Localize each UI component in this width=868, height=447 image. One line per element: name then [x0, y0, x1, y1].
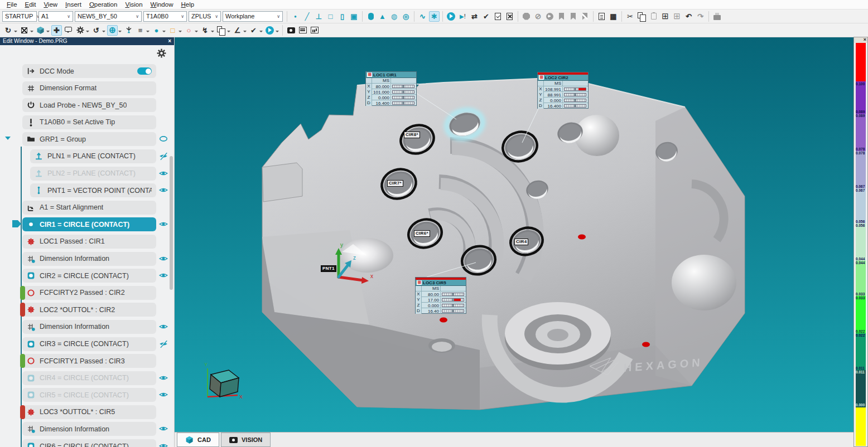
dropdown-caret[interactable]	[162, 31, 166, 34]
cone-feature[interactable]	[341, 238, 393, 273]
done-check-icon[interactable]: ✔	[481, 11, 491, 22]
circle-icon[interactable]: □	[325, 11, 336, 22]
color-scale-titlebar[interactable]: ×	[854, 37, 867, 43]
verify-icon[interactable]: ✔	[248, 25, 259, 36]
round-slot-icon[interactable]: ▯	[337, 11, 348, 22]
dropdown-caret[interactable]	[243, 31, 247, 34]
execute-mini-icon[interactable]	[264, 25, 275, 36]
feature-label-cir6[interactable]: CIR6*	[414, 230, 430, 237]
tip-dropdown[interactable]: T1A0B0∨	[143, 11, 187, 22]
visibility-icon[interactable]	[158, 441, 168, 447]
graph-select-icon[interactable]: ↯	[200, 25, 210, 36]
dropdown-caret[interactable]	[86, 31, 89, 34]
visibility-off-icon[interactable]	[158, 339, 168, 348]
wireframe-view-icon[interactable]	[19, 25, 30, 36]
counterbore-boss[interactable]	[505, 302, 611, 370]
dcc-toggle[interactable]	[137, 67, 152, 75]
auto-feature-icon[interactable]: ✱	[429, 11, 440, 22]
bookmark-icon[interactable]	[556, 11, 567, 22]
menu-vision[interactable]: Vision	[122, 1, 146, 8]
command-item[interactable]: FCFCIRTY1 Passed : CIR3	[22, 354, 156, 368]
plane-icon[interactable]: ⊥	[314, 11, 324, 22]
command-item[interactable]: FCFCIRTY2 Passed : CIR2	[22, 286, 156, 300]
menu-insert[interactable]: Insert	[62, 1, 85, 8]
circle-tool-icon[interactable]: ○	[184, 25, 194, 36]
report-window-icon[interactable]	[297, 25, 308, 36]
visibility-icon[interactable]	[158, 390, 168, 399]
command-item[interactable]: CIR4 = CIRCLE (CONTACT)	[22, 371, 156, 385]
annotation-icon[interactable]	[63, 25, 74, 36]
no-entry-icon[interactable]: ⊘	[533, 11, 543, 22]
command-item[interactable]: A1 = Start Alignment	[22, 201, 156, 215]
menu-file[interactable]: File	[3, 1, 21, 8]
feature-label-cir4[interactable]: CIR4	[514, 239, 528, 245]
command-item[interactable]: Dimension Format	[22, 81, 156, 95]
visibility-icon[interactable]	[158, 254, 168, 263]
probe-dropdown[interactable]: NEW5_BY_50∨	[75, 11, 142, 22]
line-icon[interactable]: ╱	[302, 11, 312, 22]
translate-view-icon[interactable]: ⊕	[107, 25, 118, 36]
dropdown-caret[interactable]	[146, 31, 150, 34]
visibility-icon[interactable]	[158, 186, 168, 195]
dropdown-caret[interactable]	[14, 31, 17, 34]
visibility-icon[interactable]	[158, 220, 168, 229]
cylinder-icon[interactable]	[365, 11, 376, 22]
command-item[interactable]: DCC Mode	[22, 64, 156, 78]
command-item[interactable]: PLN1 = PLANE (CONTACT)	[30, 149, 156, 163]
copy-icon[interactable]	[636, 11, 647, 22]
visibility-icon[interactable]	[158, 424, 168, 433]
grid-icon[interactable]: ⊞	[672, 11, 682, 22]
command-item[interactable]: CIR5 = CIRCLE (CONTACT)	[22, 388, 156, 402]
cad-viewport[interactable]: HEXAGON y x z Y	[175, 37, 853, 432]
dropdown-caret[interactable]	[179, 31, 182, 34]
dropdown-caret[interactable]	[227, 31, 230, 34]
undo-icon[interactable]: ↶	[683, 11, 694, 22]
command-item[interactable]: CIR1 = CIRCLE (CONTACT)	[22, 217, 156, 231]
goto-icon[interactable]	[544, 11, 555, 22]
visibility-off-icon[interactable]	[158, 152, 168, 161]
dimension-table-loc2[interactable]: ⊞LOC2 CIR2 MS X108.991 Y88.991 Z0.000 D1…	[537, 72, 589, 109]
tab-vision[interactable]: VISION	[221, 433, 271, 447]
visibility-icon[interactable]	[158, 169, 168, 178]
rotate-view-icon[interactable]: ↻	[3, 25, 13, 36]
dropdown-caret[interactable]	[259, 31, 263, 34]
close-icon[interactable]: ×	[864, 37, 866, 42]
feature-list-icon[interactable]: ≡	[135, 25, 146, 36]
report-icon[interactable]	[596, 11, 607, 22]
rotate-2d-icon[interactable]: ↺	[91, 25, 102, 36]
slot-tool-icon[interactable]: □	[167, 25, 178, 36]
command-item[interactable]: CIR6 = CIRCLE (CONTACT)	[22, 439, 156, 447]
visibility-icon[interactable]	[158, 373, 168, 382]
command-item[interactable]: PLN2 = PLANE (CONTACT)	[30, 167, 156, 181]
feature-label-cir8[interactable]: CIR8*	[404, 132, 420, 138]
command-item[interactable]: Load Probe - NEW5_BY_50	[22, 98, 156, 112]
report-edit-icon[interactable]	[504, 11, 515, 22]
print-icon[interactable]	[712, 11, 722, 22]
report-check-icon[interactable]	[493, 11, 503, 22]
sphere-tool-icon[interactable]: ●	[151, 25, 162, 36]
close-icon[interactable]: ×	[168, 37, 171, 45]
alignment-dropdown[interactable]: STARTUP∨	[2, 11, 37, 22]
solid-view-icon[interactable]	[35, 25, 46, 36]
cut-icon[interactable]: ✂	[625, 11, 635, 22]
sphere-icon[interactable]: ◍	[389, 11, 399, 22]
dropdown-caret[interactable]	[211, 31, 214, 34]
dropdown-caret[interactable]	[276, 31, 279, 34]
feature-label-pnt1[interactable]: PNT1	[321, 265, 336, 272]
cad-part[interactable]: HEXAGON	[262, 77, 745, 410]
command-item[interactable]: PNT1 = VECTOR POINT (CONTAC	[30, 183, 156, 197]
command-item[interactable]: LOC3 *OUTTOL* : CIR5	[22, 405, 156, 419]
visibility-icon[interactable]	[158, 271, 168, 280]
tab-cad[interactable]: CAD	[177, 433, 219, 447]
camera-capture-icon[interactable]	[286, 25, 296, 36]
dropdown-caret[interactable]	[118, 31, 122, 34]
sidebar-scrollbar[interactable]	[170, 156, 173, 290]
cone-icon[interactable]: ▲	[377, 11, 388, 22]
workplane-dropdown[interactable]: Workplane∨	[223, 11, 283, 22]
curve-icon[interactable]: ∿	[417, 11, 428, 22]
menu-window[interactable]: Window	[147, 1, 177, 8]
paste-icon[interactable]	[648, 11, 659, 22]
command-item[interactable]: CIR3 = CIRCLE (CONTACT)	[22, 337, 156, 351]
command-item[interactable]: Dimension Information	[22, 422, 156, 436]
probe-mode-icon[interactable]	[123, 25, 134, 36]
